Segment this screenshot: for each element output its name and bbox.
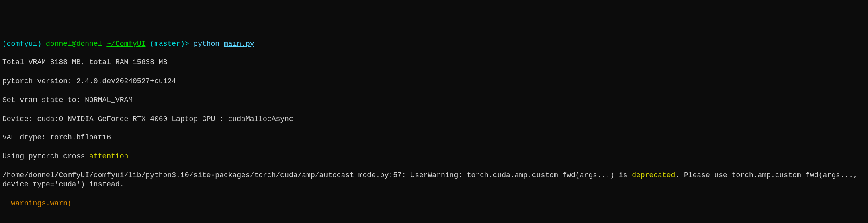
branch: (master) xyxy=(150,40,184,48)
user-host: donnel@donnel xyxy=(46,40,102,48)
prompt-line: (comfyui) donnel@donnel ~/ComfyUI (maste… xyxy=(2,39,866,49)
output-vram: Total VRAM 8188 MB, total RAM 15638 MB xyxy=(2,58,866,67)
path: ~/ComfyUI xyxy=(106,40,145,48)
output-pytorch: pytorch version: 2.4.0.dev20240527+cu124 xyxy=(2,77,866,86)
cmd-file[interactable]: main.py xyxy=(224,40,254,48)
output-warning: /home/donnel/ComfyUI/comfyui/lib/python3… xyxy=(2,171,866,190)
output-warning-indent: warnings.warn( xyxy=(2,199,866,208)
output-vram-state: Set vram state to: NORMAL_VRAM xyxy=(2,96,866,105)
blank-line-1 xyxy=(2,218,866,223)
output-cross-attention: Using pytorch cross attention xyxy=(2,152,866,161)
output-vae: VAE dtype: torch.bfloat16 xyxy=(2,133,866,142)
cmd-python[interactable]: python xyxy=(193,40,219,48)
prompt-symbol: > xyxy=(185,40,189,48)
output-device: Device: cuda:0 NVIDIA GeForce RTX 4060 L… xyxy=(2,115,866,124)
env-name: (comfyui) xyxy=(2,40,41,48)
